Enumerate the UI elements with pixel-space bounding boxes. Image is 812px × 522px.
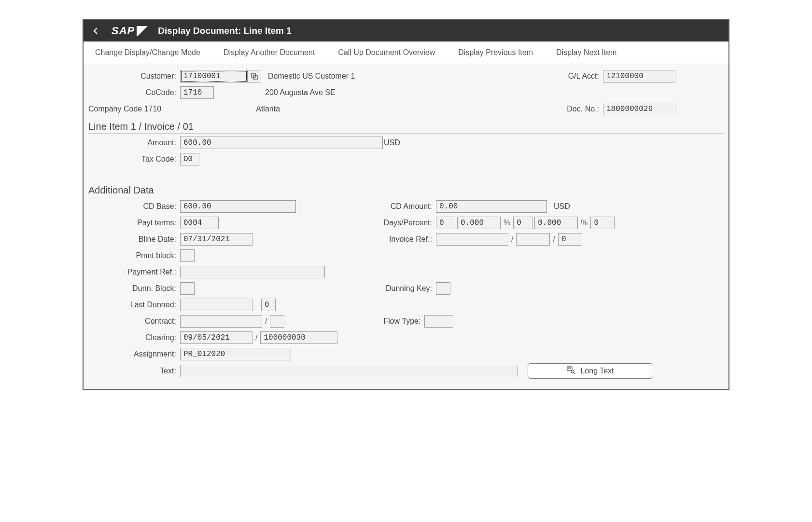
tax-code-label: Tax Code: <box>88 155 180 164</box>
customer-label: Customer: <box>88 72 180 81</box>
flow-type-label: Flow Type: <box>362 317 424 326</box>
customer-f4-icon[interactable] <box>248 70 261 82</box>
invoice-ref-label: Invoice Ref.: <box>373 235 436 244</box>
invoice-ref-1-field[interactable] <box>436 233 508 246</box>
gl-acct-label: G/L Acct: <box>560 72 603 81</box>
contract-2-field[interactable] <box>270 315 284 328</box>
docno-field[interactable] <box>603 103 675 115</box>
cocode-label: CoCode: <box>88 88 180 97</box>
last-dunned-count-field[interactable] <box>261 299 276 311</box>
additional-data-heading: Additional Data <box>88 185 724 197</box>
days2-field[interactable] <box>513 217 532 229</box>
amount-label: Amount: <box>88 138 180 147</box>
toolbar-change-mode[interactable]: Change Display/Change Mode <box>95 48 200 57</box>
flow-type-field[interactable] <box>424 315 453 328</box>
contract-label: Contract: <box>88 317 180 326</box>
clearing-label: Clearing: <box>88 333 180 342</box>
toolbar: Change Display/Change Mode Display Anoth… <box>84 41 728 64</box>
slash-4: / <box>252 333 260 342</box>
payment-ref-field[interactable] <box>180 266 325 278</box>
clearing-date-field[interactable] <box>180 331 252 344</box>
city-text: Atlanta <box>256 105 280 113</box>
payment-ref-label: Payment Ref.: <box>88 268 180 276</box>
payt-terms-field[interactable] <box>180 217 219 229</box>
sap-logo: SAP <box>109 25 149 37</box>
customer-field[interactable] <box>180 70 248 82</box>
toolbar-call-overview[interactable]: Call Up Document Overview <box>338 48 435 57</box>
pmnt-block-label: Pmnt block: <box>88 251 180 260</box>
days-percent-label: Days/Percent: <box>373 219 436 227</box>
percent1-field[interactable] <box>457 217 501 229</box>
long-text-icon <box>567 366 575 376</box>
assignment-field[interactable] <box>180 348 291 360</box>
pmnt-block-field[interactable] <box>180 249 195 262</box>
amount-field[interactable] <box>180 137 383 149</box>
docno-label: Doc. No.: <box>555 105 603 113</box>
days1-field[interactable] <box>436 217 455 229</box>
days3-field[interactable] <box>590 217 615 229</box>
clearing-doc-field[interactable] <box>260 331 337 344</box>
toolbar-next-item[interactable]: Display Next Item <box>556 48 616 57</box>
amount-currency: USD <box>384 138 400 147</box>
slash-2: / <box>550 235 558 244</box>
sap-window: SAP Display Document: Line Item 1 Change… <box>83 19 729 390</box>
invoice-ref-3-field[interactable] <box>558 233 582 246</box>
invoice-ref-2-field[interactable] <box>516 233 550 246</box>
svg-line-6 <box>574 372 575 374</box>
contract-1-field[interactable] <box>180 315 262 328</box>
cd-base-field[interactable] <box>180 200 296 213</box>
last-dunned-label: Last Dunned: <box>88 301 180 309</box>
dunning-key-label: Dunning Key: <box>373 284 436 293</box>
dunn-block-field[interactable] <box>180 282 195 295</box>
dunning-key-field[interactable] <box>436 282 450 295</box>
cd-base-label: CD Base: <box>88 202 180 211</box>
gl-acct-field[interactable] <box>603 70 675 82</box>
back-icon[interactable] <box>89 27 102 35</box>
last-dunned-field[interactable] <box>180 299 252 311</box>
bline-date-field[interactable] <box>180 233 252 246</box>
cd-amount-label: CD Amount: <box>373 202 436 211</box>
address-text: 200 Augusta Ave SE <box>265 88 336 97</box>
company-code-text: Company Code 1710 <box>88 105 161 113</box>
text-label: Text: <box>88 367 180 375</box>
assignment-label: Assignment: <box>88 350 180 358</box>
percent-sign-2: % <box>578 219 590 227</box>
cd-amount-currency: USD <box>554 202 570 211</box>
long-text-button[interactable]: Long Text <box>528 363 653 379</box>
content-area: Customer: Domestic US Customer 1 G/L Acc… <box>84 64 728 389</box>
long-text-label: Long Text <box>580 367 614 375</box>
page-title: Display Document: Line Item 1 <box>158 26 292 36</box>
toolbar-prev-item[interactable]: Display Previous Item <box>458 48 533 57</box>
percent-sign-1: % <box>501 219 513 227</box>
customer-name-text: Domestic US Customer 1 <box>268 72 355 81</box>
dunn-block-label: Dunn. Block: <box>88 284 180 293</box>
title-bar: SAP Display Document: Line Item 1 <box>84 20 728 41</box>
line-item-heading: Line Item 1 / Invoice / 01 <box>88 121 724 134</box>
payt-terms-label: Payt terms: <box>88 219 180 227</box>
slash-1: / <box>508 235 516 244</box>
tax-code-field[interactable] <box>180 153 199 165</box>
cocode-field[interactable] <box>180 86 214 99</box>
slash-3: / <box>262 317 270 326</box>
cd-amount-field[interactable] <box>436 200 547 213</box>
bline-date-label: Bline Date: <box>88 235 180 244</box>
text-field[interactable] <box>180 365 518 377</box>
toolbar-display-another[interactable]: Display Another Document <box>224 48 315 57</box>
percent2-field[interactable] <box>534 217 578 229</box>
